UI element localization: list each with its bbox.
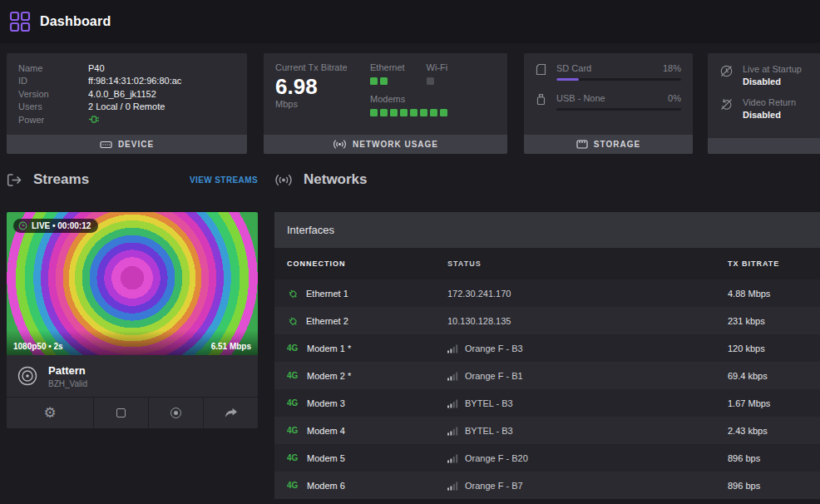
device-field-label: ID [18,76,88,86]
live-at-startup-item: Live at Startup Disabled [719,63,820,86]
storage-card: SD Card 18% USB - None [524,53,693,154]
interface-name: Modem 2 * [307,371,351,381]
interface-row[interactable]: 4GModem 5Orange F - B20896 bps [274,444,820,472]
record-button[interactable] [148,398,203,428]
modem-4g-badge: 4G [287,371,299,380]
signal-bars-icon [447,426,458,436]
link-status-square [430,109,437,116]
status-cell: Orange F - B20 [447,453,728,463]
stream-card: LIVE • 00:00:12 1080p50 • 2s 6.51 Mbps P… [7,212,258,428]
stop-button[interactable] [93,398,148,428]
modem-4g-badge: 4G [287,343,299,353]
sd-card-percent: 18% [663,63,681,73]
stream-settings-button[interactable]: ⚙ [7,398,93,428]
status-cell: BYTEL - B3 [447,398,728,408]
device-field-row: Power [18,113,235,126]
usb-percent: 0% [668,93,681,103]
share-arrow-icon [225,408,238,418]
share-button[interactable] [203,398,258,428]
stream-preview-bitrate: 6.51 Mbps [211,342,251,351]
ethernet-squares [370,77,405,85]
interface-row[interactable]: 4GModem 3BYTEL - B31.67 Mbps [274,389,820,417]
video-return-item: Video Return Disabled [719,96,820,120]
signal-bars-icon [447,453,458,463]
power-plug-icon [88,115,101,124]
interface-row[interactable]: 4GModem 1 *Orange F - B3120 kbps [274,334,820,362]
live-badge-text: LIVE • 00:00:12 [32,221,91,230]
usb-label: USB - None [556,93,605,103]
interfaces-panel: Interfaces CONNECTION STATUS TX BITRATE … [274,212,820,504]
networks-section-header: Networks [274,168,820,191]
bitrate-value: 6.98 [275,74,370,99]
storage-footer-label: STORAGE [594,140,640,149]
status-cell: Orange F - B3 [447,343,728,353]
interface-name: Modem 5 [307,453,345,463]
device-field-value: 4.0.0_B6_jk1152 [88,89,156,99]
column-connection: CONNECTION [274,259,447,268]
startup-body: Live at Startup Disabled Video Return Di… [708,53,820,138]
streams-title: Streams [33,171,89,188]
interfaces-column-headers: CONNECTION STATUS TX BITRATE [274,248,820,279]
device-footer-button[interactable]: DEVICE [7,135,247,154]
usb-progressbar [556,108,681,111]
bitrate-label: Current Tx Bitrate [275,62,370,72]
interface-row[interactable]: 4GModem 6Orange F - B7896 bps [274,472,820,499]
video-return-label: Video Return [743,97,796,107]
modem-4g-badge: 4G [287,453,299,462]
status-cell: 10.130.128.135 [447,316,728,326]
sd-card-item: SD Card 18% [536,63,681,81]
device-field-value: P40 [88,63,105,73]
bitrate-unit: Mbps [275,99,370,109]
device-field-value: 2 Local / 0 Remote [88,101,165,111]
interface-status: Orange F - B3 [465,343,523,353]
interface-row[interactable]: 4GModem 2 *Orange F - B169.4 kbps [274,362,820,389]
network-usage-footer-button[interactable]: NETWORK USAGE [264,135,507,154]
interface-row[interactable]: 4GModem 4BYTEL - B32.43 kbps [274,417,820,444]
top-bar: Dashboard [0,0,820,43]
stream-format: 1080p50 • 2s [13,342,63,351]
interface-bitrate: 4.88 Mbps [728,289,820,299]
link-status-square [400,109,408,116]
ethernet-label: Ethernet [370,62,405,72]
interface-name: Modem 3 [307,398,345,408]
connection-cell: 4GModem 3 [274,398,447,408]
modem-4g-badge: 4G [287,481,299,490]
storage-body: SD Card 18% USB - None [524,53,693,135]
streams-icon [7,173,22,187]
interface-name: Modem 6 [307,481,345,491]
interface-bitrate: 2.43 kbps [728,426,820,436]
interface-row[interactable]: Ethernet 1172.30.241.1704.88 Mbps [274,279,820,307]
status-cell: BYTEL - B3 [447,426,728,436]
link-status-square [380,109,388,116]
interface-status: Orange F - B20 [465,453,528,463]
connection-cell: 4GModem 2 * [274,371,447,381]
startup-footer-button[interactable] [708,138,820,154]
device-field-label: Users [18,101,88,111]
device-field-label: Name [18,63,88,73]
interface-status: Orange F - B1 [465,371,523,381]
connection-cell: 4GModem 6 [274,481,447,491]
stream-video-preview[interactable]: LIVE • 00:00:12 1080p50 • 2s 6.51 Mbps [7,212,258,355]
connection-cell: 4GModem 4 [274,426,447,436]
app-logo-icon[interactable] [9,11,31,32]
link-status-square [370,77,378,85]
signal-bars-icon [447,398,458,408]
interface-row[interactable]: Ethernet 210.130.128.135231 kbps [274,307,820,334]
view-streams-link[interactable]: VIEW STREAMS [190,175,258,185]
ethernet-plug-icon [287,315,299,327]
video-meta-overlay: 1080p50 • 2s 6.51 Mbps [7,330,258,355]
live-clock-icon [18,221,27,230]
gear-icon: ⚙ [43,406,56,420]
device-field-value: ff:98:14:31:02:96:80:ac [88,76,181,86]
storage-footer-button[interactable]: STORAGE [524,135,693,154]
ethernet-plug-icon [287,288,299,299]
interface-status: Orange F - B7 [465,481,523,491]
record-icon [170,408,181,418]
antenna-icon [333,139,347,150]
connection-cell: Ethernet 1 [274,288,447,299]
connection-cell: Ethernet 2 [274,315,447,327]
modem-4g-badge: 4G [287,426,299,435]
device-field-label: Power [18,115,88,125]
status-cell: Orange F - B7 [447,481,728,491]
interface-bitrate: 1.67 Mbps [728,398,820,408]
